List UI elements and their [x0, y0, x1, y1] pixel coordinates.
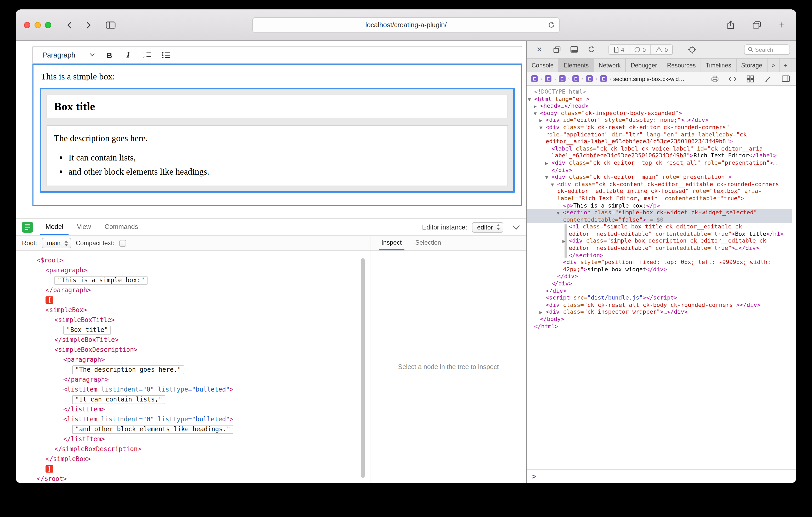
collapse-arrow-icon[interactable]: ▼: [551, 181, 554, 188]
model-tree-node[interactable]: <paragraph>: [16, 266, 370, 275]
model-tree-node[interactable]: "This is a simple box:": [16, 275, 370, 285]
dom-node[interactable]: <div class="ck ck-reset_all ck-body ck-r…: [527, 302, 792, 309]
dom-node[interactable]: <div style="position: fixed; top: 0px; l…: [527, 259, 792, 273]
breadcrumb-element-icon[interactable]: E: [545, 75, 552, 82]
breadcrumb-current[interactable]: section.simple-box.ck-wid…: [613, 75, 685, 82]
model-tree-node[interactable]: <simpleBox>: [16, 305, 370, 315]
minimize-window-button[interactable]: [34, 22, 41, 28]
model-tree-node[interactable]: </listItem>: [16, 434, 370, 444]
settings-gear-icon[interactable]: ⚙: [792, 59, 796, 71]
inspector-tab-model[interactable]: Model: [40, 219, 68, 235]
dock-bottom-button[interactable]: [568, 43, 580, 56]
dom-node[interactable]: ▶<head>…</head>: [527, 102, 792, 110]
description-list-item[interactable]: and other block elements like headings.: [68, 165, 501, 178]
inspector-tab-view[interactable]: View: [72, 219, 96, 235]
breadcrumb-element-icon[interactable]: E: [572, 75, 579, 82]
share-button[interactable]: [724, 18, 738, 32]
simple-box-description[interactable]: The description goes here. It can contai…: [47, 126, 508, 186]
error-count[interactable]: 0: [629, 45, 650, 54]
breadcrumb-element-icon[interactable]: E: [600, 75, 607, 82]
inspector-tab-commands[interactable]: Commands: [99, 219, 143, 235]
resource-count[interactable]: 4: [609, 45, 629, 54]
model-tree-node[interactable]: </simpleBoxDescription>: [16, 444, 370, 454]
tab-overview-button[interactable]: [749, 18, 764, 32]
description-paragraph[interactable]: The description goes here.: [54, 132, 501, 145]
model-tree-node[interactable]: ]: [16, 464, 370, 474]
dom-node[interactable]: </body>: [527, 316, 792, 323]
compact-text-checkbox[interactable]: [119, 240, 126, 246]
model-tree-node[interactable]: <listItem listIndent="0" listType="bulle…: [16, 385, 370, 395]
italic-button[interactable]: I: [120, 48, 137, 62]
dom-node[interactable]: ▼<div class="ck ck-reset ck-editor ck-ro…: [527, 124, 792, 145]
dom-node[interactable]: ▶<div class="ck-inspector-wrapper">…</di…: [527, 309, 792, 316]
devtools-tab-console[interactable]: Console: [527, 59, 559, 71]
dom-node[interactable]: <label class="ck ck-label ck-voice-label…: [527, 145, 792, 159]
model-tree-node[interactable]: [: [16, 295, 370, 305]
details-sidebar-toggle-button[interactable]: [780, 72, 792, 85]
dom-node[interactable]: ▼<div class="ck ck-editor__main" role="p…: [527, 174, 792, 181]
expand-arrow-icon[interactable]: ▶: [540, 309, 543, 316]
sidebar-toggle-button[interactable]: [103, 18, 119, 32]
dom-node[interactable]: </section>: [527, 252, 792, 259]
dom-node[interactable]: ▼<body class="ck-inspector-body-expanded…: [527, 110, 792, 117]
dom-node[interactable]: <script src="dist/bundle.js"></script>: [527, 294, 792, 301]
forward-button[interactable]: [83, 18, 94, 32]
devtools-tab-timelines[interactable]: Timelines: [701, 59, 737, 71]
element-picker-button[interactable]: [686, 43, 699, 56]
collapse-arrow-icon[interactable]: ▼: [557, 210, 560, 217]
dom-node[interactable]: ▶<div class="simple-box-description ck-e…: [527, 238, 792, 252]
devtools-tab-network[interactable]: Network: [594, 59, 626, 71]
grid-overlay-button[interactable]: [744, 72, 757, 85]
collapse-arrow-icon[interactable]: ▼: [540, 124, 543, 131]
model-tree-node[interactable]: "It can contain lists,": [16, 395, 370, 405]
model-tree-node[interactable]: "and other block elements like headings.…: [16, 424, 370, 434]
simple-box-widget[interactable]: Box title The description goes here. It …: [40, 88, 515, 193]
model-tree-node[interactable]: <listItem listIndent="0" listType="bulle…: [16, 415, 370, 424]
console-prompt[interactable]: >: [527, 469, 796, 483]
address-bar[interactable]: localhost/creating-a-plugin/: [252, 17, 560, 33]
tab-overflow-button[interactable]: »: [767, 59, 780, 71]
breadcrumb-element-icon[interactable]: E: [531, 75, 538, 82]
devtools-new-tab-button[interactable]: +: [780, 59, 792, 71]
collapse-inspector-button[interactable]: [512, 224, 520, 230]
model-tree-node[interactable]: </simpleBox>: [16, 454, 370, 464]
devtools-tab-resources[interactable]: Resources: [662, 59, 701, 71]
dom-node[interactable]: <h1 class="simple-box-title ck-editor__e…: [527, 223, 792, 238]
model-tree-node[interactable]: "Box title": [16, 325, 370, 335]
devtools-tab-storage[interactable]: Storage: [736, 59, 767, 71]
simple-box-title[interactable]: Box title: [47, 95, 508, 118]
dom-node[interactable]: </div>: [527, 273, 792, 280]
dom-node[interactable]: </div>: [527, 280, 792, 287]
collapse-arrow-icon[interactable]: ▼: [528, 96, 531, 103]
close-devtools-button[interactable]: ✕: [533, 43, 546, 56]
expand-arrow-icon[interactable]: ▶: [540, 117, 543, 124]
root-select[interactable]: main: [41, 238, 71, 248]
model-tree-node[interactable]: </paragraph>: [16, 285, 370, 295]
numbered-list-button[interactable]: 1.2.: [139, 48, 155, 62]
breadcrumb-element-icon[interactable]: E: [586, 75, 593, 82]
editor-paragraph[interactable]: This is a simple box:: [41, 71, 514, 82]
expand-arrow-icon[interactable]: ▶: [545, 160, 548, 167]
dom-node[interactable]: ▼<div class="ck ck-content ck-editor__ed…: [527, 181, 792, 202]
dom-node[interactable]: <p>This is a simple box:</p>: [527, 202, 792, 209]
devtools-tab-debugger[interactable]: Debugger: [626, 59, 662, 71]
model-tree-node[interactable]: <paragraph>: [16, 355, 370, 365]
bulleted-list-button[interactable]: [157, 48, 174, 62]
expand-arrow-icon[interactable]: ▶: [534, 103, 537, 110]
pane-tab-inspect[interactable]: Inspect: [379, 236, 404, 250]
model-tree-node[interactable]: </paragraph>: [16, 375, 370, 385]
dom-node[interactable]: ▼<section class="simple-box ck-widget ck…: [527, 209, 792, 223]
editor-editable[interactable]: This is a simple box: Box title The desc…: [32, 64, 522, 206]
new-tab-button[interactable]: +: [776, 18, 788, 32]
devtools-tab-elements[interactable]: Elements: [559, 59, 594, 71]
warning-count[interactable]: 0: [650, 45, 673, 54]
model-tree-node[interactable]: </$root>: [16, 474, 370, 483]
dom-node[interactable]: </html>: [527, 323, 792, 330]
detach-devtools-button[interactable]: [550, 43, 563, 56]
show-source-button[interactable]: [726, 72, 739, 85]
print-styles-button[interactable]: [708, 72, 721, 85]
close-window-button[interactable]: [24, 22, 30, 28]
edit-html-button[interactable]: [762, 72, 774, 85]
expand-arrow-icon[interactable]: ▶: [562, 238, 566, 245]
model-tree-node[interactable]: </simpleBoxTitle>: [16, 335, 370, 345]
